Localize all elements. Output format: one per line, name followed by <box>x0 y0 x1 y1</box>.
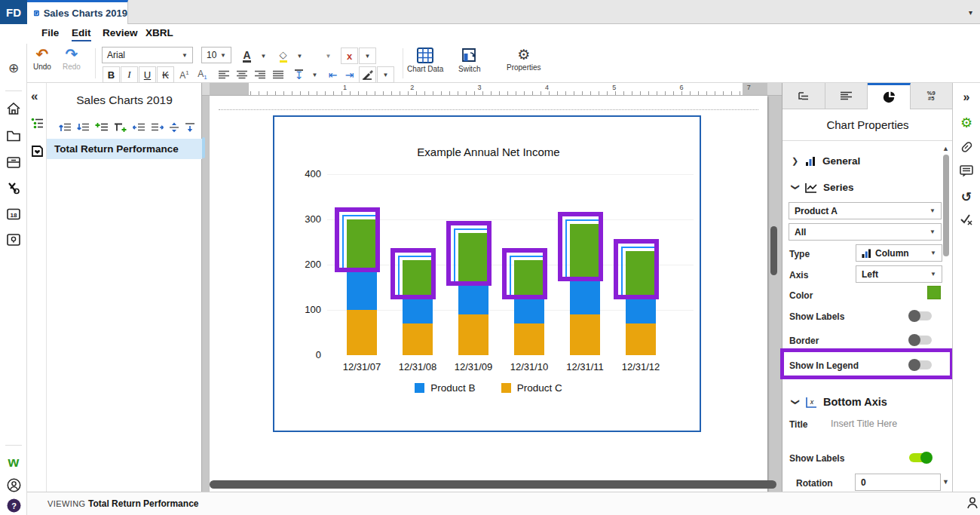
axis-title-placeholder[interactable]: Insert Title Here <box>831 418 897 429</box>
indent-increase-button[interactable]: ⇥ <box>341 66 358 83</box>
settings-gear-icon[interactable]: ⚙ <box>953 115 980 131</box>
superscript-button[interactable]: A1 <box>176 66 193 83</box>
tab-list-caret-icon[interactable]: ▾ <box>969 8 972 17</box>
bar-segment-product-c[interactable] <box>570 314 600 355</box>
add-content-icon[interactable]: ⊕ <box>0 60 27 76</box>
bar-segment-product-b[interactable] <box>403 296 433 323</box>
font-color-caret[interactable]: ▼ <box>255 48 272 64</box>
border-toggle[interactable] <box>909 336 932 345</box>
align-center-button[interactable] <box>233 66 250 83</box>
bar-segment-product-c[interactable] <box>626 323 656 355</box>
underline-button[interactable]: U <box>139 66 156 83</box>
bar-segment-product-c[interactable] <box>458 314 488 355</box>
switch-button[interactable]: Switch <box>458 48 480 73</box>
border-paint-caret[interactable]: ▼ <box>377 66 394 83</box>
legend-entry[interactable]: Product C <box>501 382 562 394</box>
font-size-select[interactable]: 10▼ <box>201 47 231 63</box>
outline-move-left-icon[interactable] <box>133 122 145 133</box>
italic-button[interactable]: I <box>121 66 138 83</box>
show-labels-toggle[interactable] <box>909 311 932 320</box>
calendar-icon[interactable]: 18 <box>0 208 27 223</box>
inbox-icon[interactable] <box>0 157 27 171</box>
presence-user-icon[interactable] <box>966 496 979 513</box>
document-page[interactable]: Example Annual Net Income 01002003004001… <box>210 96 767 492</box>
history-icon[interactable]: ↺ <box>953 189 980 205</box>
font-color-button[interactable]: A <box>238 48 256 64</box>
indent-decrease-button[interactable]: ⇤ <box>324 66 341 83</box>
outline-move-up-down-icon[interactable] <box>169 122 179 133</box>
tab-chart[interactable] <box>868 83 911 109</box>
menu-review[interactable]: Review <box>103 27 138 38</box>
bold-button[interactable]: B <box>103 66 120 83</box>
menu-file[interactable]: File <box>41 27 59 38</box>
panel-scroll-down-icon[interactable]: ▼ <box>942 478 949 486</box>
bar-segment-product-b[interactable] <box>458 283 488 314</box>
font-family-select[interactable]: Arial▼ <box>102 47 193 63</box>
account-icon[interactable] <box>0 478 27 495</box>
type-select[interactable]: Column ▼ <box>856 244 942 262</box>
document-tab[interactable]: Sales Charts 2019 <box>27 0 128 24</box>
ideas-icon[interactable] <box>0 234 27 249</box>
menu-xbrl[interactable]: XBRL <box>145 27 173 38</box>
strikethrough-button[interactable]: K <box>157 66 174 83</box>
tab-paragraph[interactable] <box>825 83 868 109</box>
series-color-swatch[interactable] <box>927 286 941 299</box>
series-scope-select[interactable]: All▼ <box>789 223 942 241</box>
undo-button[interactable]: ↶ Undo <box>33 48 51 71</box>
bar-segment-product-b[interactable] <box>347 269 377 310</box>
clear-formatting-caret[interactable]: ▼ <box>359 48 376 64</box>
section-bottom-axis[interactable]: ❯ x Bottom Axis <box>792 396 887 408</box>
horizontal-scrollbar-thumb[interactable] <box>210 480 776 489</box>
bar-segment-product-b[interactable] <box>570 278 600 314</box>
bar-segment-product-c[interactable] <box>514 323 544 355</box>
outline-insert-after-icon[interactable] <box>114 122 127 133</box>
expand-panel-icon[interactable]: » <box>953 90 980 104</box>
outline-move-right-icon[interactable] <box>151 122 164 133</box>
highlight-button[interactable]: ◇ <box>274 48 292 64</box>
outline-collapse-icon[interactable] <box>185 122 195 133</box>
bar-segment-product-c[interactable] <box>403 323 433 355</box>
outline-insert-before-icon[interactable] <box>95 122 109 133</box>
highlight-caret[interactable]: ▼ <box>291 48 308 64</box>
bar-segment-product-b[interactable] <box>514 296 544 323</box>
align-left-button[interactable] <box>215 66 232 83</box>
align-right-button[interactable] <box>251 66 268 83</box>
properties-button[interactable]: ⚙ Properties <box>507 48 541 72</box>
menu-edit[interactable]: Edit <box>72 27 91 41</box>
review-check-icon[interactable] <box>953 213 980 228</box>
vertical-align-caret[interactable]: ▼ <box>306 66 323 83</box>
clear-formatting-button[interactable]: x <box>341 48 358 64</box>
outline-demote-icon[interactable] <box>77 122 90 133</box>
border-paint-button[interactable] <box>359 66 376 83</box>
axis-select[interactable]: Left▼ <box>856 265 942 283</box>
app-logo[interactable]: FD <box>0 0 27 24</box>
chart-data-button[interactable]: Chart Data <box>407 48 443 73</box>
tab-numbers[interactable]: %9#5 <box>911 83 954 109</box>
outline-item-selected[interactable]: Total Return Performance <box>47 139 202 159</box>
comments-icon[interactable] <box>953 165 980 180</box>
home-icon[interactable] <box>0 103 27 118</box>
panel-scrollbar-thumb[interactable] <box>943 155 949 256</box>
bar-segment-product-c[interactable] <box>347 310 377 355</box>
section-general[interactable]: ❯ General <box>792 155 860 167</box>
tab-outline[interactable] <box>782 83 825 109</box>
legend-entry[interactable]: Product B <box>415 382 475 394</box>
outline-view-icon[interactable] <box>31 118 44 132</box>
subscript-button[interactable]: A1 <box>194 66 211 83</box>
section-bookmark-icon[interactable] <box>31 145 44 161</box>
align-justify-button[interactable] <box>269 66 286 83</box>
section-series[interactable]: ❯ Series <box>792 182 854 193</box>
more-format-caret[interactable]: ▼ <box>320 48 337 64</box>
help-icon[interactable]: ? <box>0 498 27 515</box>
axis-show-labels-toggle[interactable] <box>909 453 932 462</box>
chart-object[interactable]: Example Annual Net Income 01002003004001… <box>273 115 701 432</box>
series-select[interactable]: Product A▼ <box>789 202 942 219</box>
outline-promote-icon[interactable] <box>59 122 72 133</box>
xbrl-icon[interactable] <box>0 182 27 198</box>
collapse-panel-icon[interactable]: « <box>31 89 38 104</box>
bar-segment-product-b[interactable] <box>626 296 656 323</box>
rotation-input[interactable]: 0 <box>855 474 941 491</box>
vertical-align-button[interactable]: ↧ <box>290 66 308 83</box>
vertical-scrollbar-thumb[interactable] <box>770 226 777 275</box>
attachment-icon[interactable] <box>953 141 980 156</box>
